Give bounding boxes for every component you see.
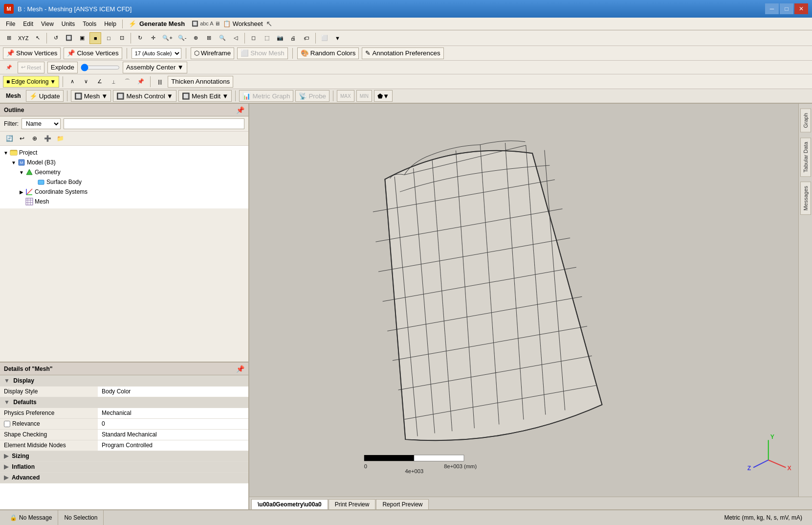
- top-btn[interactable]: ⬚: [261, 32, 273, 44]
- show-vertices-btn[interactable]: 📌 Show Vertices: [3, 47, 61, 59]
- cam-btn[interactable]: 📷: [274, 32, 286, 44]
- tab-geometry[interactable]: \u00a0Geometry\u00a0: [251, 499, 328, 509]
- metric-graph-btn[interactable]: 📊 Metric Graph: [239, 90, 293, 102]
- tree-item-coord[interactable]: ▶ Coordinate Systems: [0, 187, 248, 197]
- shape-btn[interactable]: ⬟▼: [374, 90, 393, 102]
- worksheet-button[interactable]: 📋 Worksheet: [223, 20, 263, 27]
- random-colors-btn[interactable]: 🎨 Random Colors: [297, 47, 359, 59]
- scale-dropdown[interactable]: 17 (Auto Scale): [132, 48, 181, 59]
- tree-item-geometry[interactable]: ▼ Geometry: [0, 167, 248, 177]
- right-tab-graph[interactable]: Graph: [800, 109, 811, 133]
- details-pin[interactable]: 📌: [236, 365, 244, 373]
- display-btn[interactable]: ▣: [76, 32, 88, 44]
- tree-item-mesh[interactable]: ▶ Mesh: [0, 197, 248, 206]
- tree-item-project[interactable]: ▼ Project: [0, 148, 248, 158]
- tree-item-model[interactable]: ▼ M Model (B3): [0, 158, 248, 167]
- refresh-btn[interactable]: ↺: [50, 32, 62, 44]
- active-mode-btn[interactable]: ■: [89, 32, 101, 44]
- menu-view[interactable]: View: [37, 19, 58, 29]
- outline-pin[interactable]: 📌: [236, 106, 244, 114]
- tag-btn[interactable]: 🏷: [301, 32, 312, 44]
- sizing-toggle[interactable]: ▶: [4, 453, 8, 459]
- pin-btn[interactable]: 📌: [3, 62, 15, 73]
- box2-btn[interactable]: ⊡: [116, 32, 128, 44]
- window-btn[interactable]: ⬜: [319, 32, 330, 44]
- refresh2-btn[interactable]: 🔲: [63, 32, 75, 44]
- section-display[interactable]: ▼ Display: [0, 375, 248, 386]
- right-tab-messages[interactable]: Messages: [800, 182, 811, 215]
- probe-btn[interactable]: 📡 Probe: [295, 90, 329, 102]
- tree-toggle-model[interactable]: ▼: [10, 159, 18, 166]
- menu-file[interactable]: File: [2, 19, 19, 29]
- pan-btn[interactable]: ✛: [147, 32, 159, 44]
- tree-expand-btn[interactable]: ⊕: [29, 133, 40, 144]
- close-button[interactable]: ✕: [794, 3, 808, 14]
- zoom-fit-btn[interactable]: ⊕: [190, 32, 202, 44]
- edge-pin[interactable]: 📌: [135, 76, 147, 88]
- box-btn[interactable]: □: [103, 32, 114, 44]
- mesh-menu-btn[interactable]: 🔲 Mesh ▼: [71, 90, 111, 102]
- edge-tool3[interactable]: ∠: [94, 76, 106, 88]
- filter-dropdown[interactable]: Name Type: [22, 118, 61, 129]
- tree-toggle-geometry[interactable]: ▼: [18, 168, 25, 176]
- wireframe-btn[interactable]: ⬡ Wireframe: [191, 47, 234, 59]
- tree-back-btn[interactable]: ↩: [17, 133, 27, 144]
- edge-tool1[interactable]: ∧: [66, 76, 78, 88]
- explode-btn[interactable]: Explode: [47, 62, 78, 73]
- section-inflation[interactable]: ▶ Inflation: [0, 461, 248, 472]
- right-tab-tabular[interactable]: Tabular Data: [800, 137, 811, 177]
- viewport-3d[interactable]: 0 8e+003 (mm) 4e+003 Y X Z: [249, 104, 798, 497]
- select-btn[interactable]: ↖: [32, 32, 44, 44]
- menu-edit[interactable]: Edit: [19, 19, 37, 29]
- assembly-center-btn[interactable]: Assembly Center ▼: [123, 62, 187, 73]
- print-btn[interactable]: 🖨: [287, 32, 299, 44]
- tree-folder-btn[interactable]: 📁: [55, 133, 66, 144]
- cursor-tool-icon[interactable]: ↖: [266, 19, 272, 28]
- zoom-box-btn[interactable]: ⊞: [203, 32, 215, 44]
- show-mesh-btn[interactable]: ⬜ Show Mesh: [237, 47, 288, 59]
- relevance-checkbox[interactable]: [4, 421, 10, 427]
- edge-tool4[interactable]: ⟂: [108, 76, 119, 88]
- tree-toggle-project[interactable]: ▼: [2, 149, 10, 157]
- prev-view-btn[interactable]: ◁: [230, 32, 241, 44]
- section-advanced[interactable]: ▶ Advanced: [0, 472, 248, 483]
- zoom-in-btn[interactable]: 🔍+: [160, 32, 174, 44]
- filter-input[interactable]: [64, 118, 244, 129]
- annotation-prefs-btn[interactable]: ✎ Annotation Preferences: [362, 47, 443, 59]
- tree-collapse-btn[interactable]: ➕: [42, 133, 53, 144]
- close-vertices-btn[interactable]: 📌 Close Vertices: [64, 47, 122, 59]
- generate-mesh-button[interactable]: Generate Mesh: [139, 20, 185, 27]
- rotate-btn[interactable]: ↻: [134, 32, 146, 44]
- thicken-annotations-btn[interactable]: Thicken Annotations: [168, 76, 233, 88]
- display-toggle[interactable]: ▼: [4, 377, 10, 384]
- inflation-toggle[interactable]: ▶: [4, 463, 8, 470]
- tab-report-preview[interactable]: Report Preview: [376, 499, 429, 509]
- tree-refresh-btn[interactable]: 🔄: [4, 133, 15, 144]
- tree-item-surface-body[interactable]: ▶ Surface Body: [0, 177, 248, 187]
- update-btn[interactable]: ⚡ Update: [26, 90, 64, 102]
- menu-tools[interactable]: Tools: [79, 19, 100, 29]
- iso-btn[interactable]: ◻: [248, 32, 260, 44]
- advanced-toggle[interactable]: ▶: [4, 474, 8, 481]
- thicken-icon[interactable]: |||: [154, 76, 166, 88]
- mesh-edit-btn[interactable]: 🔲 Mesh Edit ▼: [178, 90, 232, 102]
- mesh-control-btn[interactable]: 🔲 Mesh Control ▼: [113, 90, 176, 102]
- edge-tool2[interactable]: ∨: [80, 76, 92, 88]
- reset-btn[interactable]: ↩ Reset: [18, 62, 44, 73]
- zoom-sel-btn[interactable]: 🔍: [217, 32, 228, 44]
- edge-coloring-btn[interactable]: ■ Edge Coloring ▼: [3, 76, 59, 88]
- xyz-btn[interactable]: XYZ: [16, 32, 30, 44]
- tree-toggle-coord[interactable]: ▶: [18, 188, 25, 196]
- snap-btn[interactable]: ⊞: [3, 32, 15, 44]
- edge-tool5[interactable]: ⌒: [121, 76, 133, 88]
- section-defaults[interactable]: ▼ Defaults: [0, 397, 248, 408]
- section-sizing[interactable]: ▶ Sizing: [0, 451, 248, 461]
- min-btn[interactable]: MIN: [356, 90, 372, 102]
- menu-units[interactable]: Units: [58, 19, 79, 29]
- restore-button[interactable]: □: [780, 3, 793, 14]
- tab-print-preview[interactable]: Print Preview: [329, 499, 376, 509]
- minimize-button[interactable]: ─: [765, 3, 779, 14]
- max-btn[interactable]: MAX: [337, 90, 354, 102]
- explode-slider[interactable]: [81, 64, 120, 71]
- defaults-toggle[interactable]: ▼: [4, 399, 10, 406]
